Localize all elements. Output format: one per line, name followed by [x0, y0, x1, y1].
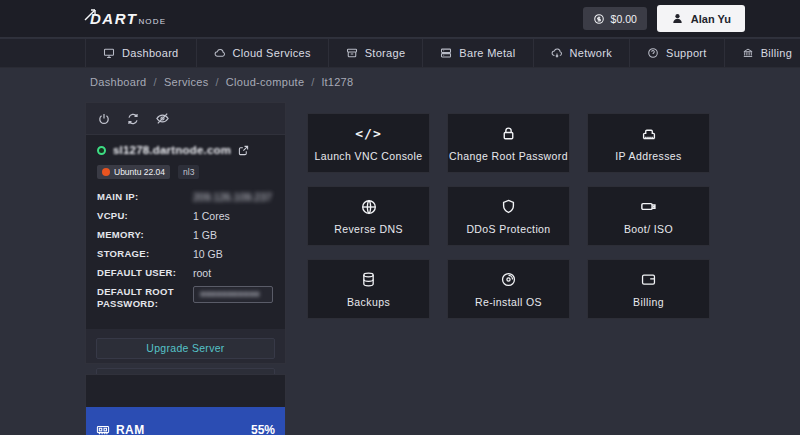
root-password-value: ●●●●●●●●●●●	[200, 289, 260, 299]
root-password-box[interactable]: ●●●●●●●●●●●	[193, 286, 273, 303]
action-label: Boot/ ISO	[624, 223, 673, 235]
eye-off-icon[interactable]	[155, 111, 170, 126]
server-toolbar	[86, 103, 285, 134]
server-info-card: sl1278.dartnode.com Ubuntu 22.04 nl3 MAI…	[86, 134, 285, 329]
status-online-dot	[97, 146, 106, 155]
action-backups[interactable]: Backups	[307, 259, 430, 319]
balance-amount: $0.00	[611, 13, 637, 25]
nav-item-dashboard[interactable]: Dashboard	[85, 39, 196, 67]
breadcrumb-services[interactable]: Services	[164, 76, 209, 88]
breadcrumb-separator: /	[215, 76, 218, 88]
action-boot-iso[interactable]: Boot/ ISO	[587, 186, 710, 246]
ethernet-icon	[640, 125, 658, 143]
disc-icon	[500, 271, 517, 288]
cloud-icon	[214, 47, 226, 59]
spec-row-main-ip: MAIN IP: 209.126.109.237	[97, 191, 274, 203]
action-label: Change Root Password	[449, 150, 568, 162]
globe-icon	[360, 198, 378, 216]
action-billing[interactable]: Billing	[587, 259, 710, 319]
spec-value-main-ip: 209.126.109.237	[193, 191, 272, 203]
ubuntu-logo-icon	[102, 168, 110, 176]
spec-label: DEFAULT USER:	[97, 267, 193, 279]
storage-icon	[346, 47, 358, 59]
dart-arrow-icon	[82, 7, 98, 23]
breadcrumb: Dashboard / Services / Cloud-compute / l…	[90, 76, 353, 88]
spec-row-memory: MEMORY: 1 GB	[97, 229, 274, 241]
action-grid: </> Launch VNC Console Change Root Passw…	[307, 113, 710, 319]
action-ddos-protection[interactable]: DDoS Protection	[447, 186, 570, 246]
user-icon	[671, 12, 684, 25]
nav-item-network[interactable]: Network	[533, 39, 629, 67]
ram-chip-icon	[96, 423, 110, 435]
nav-label: Billing	[761, 47, 792, 59]
server-specs: MAIN IP: 209.126.109.237 VCPU: 1 Cores M…	[97, 191, 274, 310]
spec-label: VCPU:	[97, 210, 193, 222]
external-link-icon[interactable]	[238, 145, 249, 156]
nav-item-cloud-services[interactable]: Cloud Services	[196, 39, 328, 67]
spec-value-storage: 10 GB	[193, 248, 223, 260]
dashboard-icon	[103, 47, 115, 59]
os-badge: Ubuntu 22.04	[97, 165, 170, 179]
nav-item-bare-metal[interactable]: Bare Metal	[422, 39, 532, 67]
nav-item-support[interactable]: Support	[629, 39, 724, 67]
action-change-root-password[interactable]: Change Root Password	[447, 113, 570, 173]
action-launch-vnc-console[interactable]: </> Launch VNC Console	[307, 113, 430, 173]
bank-icon	[742, 47, 754, 59]
action-ip-addresses[interactable]: IP Addresses	[587, 113, 710, 173]
coin-icon	[593, 13, 605, 25]
nav-label: Bare Metal	[459, 47, 515, 59]
nav-label: Storage	[365, 47, 406, 59]
nav-label: Support	[666, 47, 707, 59]
breadcrumb-separator: /	[154, 76, 157, 88]
ram-label: RAM	[116, 423, 145, 435]
action-reverse-dns[interactable]: Reverse DNS	[307, 186, 430, 246]
nav-item-billing[interactable]: Billing	[724, 39, 800, 67]
refresh-icon[interactable]	[126, 112, 140, 126]
logo-text-sub: NODE	[138, 17, 166, 26]
action-label: Reverse DNS	[334, 223, 403, 235]
support-icon	[647, 47, 659, 59]
server-icon	[440, 47, 452, 59]
dartnode-logo[interactable]: DART NODE	[90, 10, 166, 27]
network-icon	[551, 47, 563, 59]
action-label: Backups	[347, 296, 390, 308]
spec-row-vcpu: VCPU: 1 Cores	[97, 210, 274, 222]
nav-label: Dashboard	[122, 47, 179, 59]
breadcrumb-server-id: lt1278	[322, 76, 354, 88]
database-icon	[360, 271, 377, 288]
breadcrumb-cloud-compute[interactable]: Cloud-compute	[226, 76, 305, 88]
spec-value-default-user: root	[193, 267, 211, 279]
shield-icon	[500, 198, 517, 215]
ram-percent: 55%	[251, 423, 275, 435]
os-badge-label: Ubuntu 22.04	[114, 167, 165, 177]
spec-row-root-password: DEFAULT ROOT PASSWORD: ●●●●●●●●●●●	[97, 286, 274, 310]
wallet-icon	[640, 271, 657, 288]
nav-label: Cloud Services	[233, 47, 311, 59]
nav-label: Network	[570, 47, 612, 59]
power-icon[interactable]	[97, 112, 111, 126]
action-reinstall-os[interactable]: Re-install OS	[447, 259, 570, 319]
lock-icon	[500, 125, 517, 142]
spec-value-vcpu: 1 Cores	[193, 210, 230, 222]
spec-row-storage: STORAGE: 10 GB	[97, 248, 274, 260]
balance-button[interactable]: $0.00	[583, 7, 647, 30]
topbar: DART NODE $0.00 Alan Yu	[0, 0, 800, 38]
code-icon: </>	[355, 125, 381, 143]
location-badge: nl3	[178, 165, 199, 179]
ram-usage-bar: RAM 55%	[86, 407, 285, 435]
upgrade-server-button[interactable]: Upgrade Server	[96, 338, 275, 359]
main-nav: Dashboard Cloud Services Storage Bare Me…	[0, 39, 800, 68]
spec-label: DEFAULT ROOT PASSWORD:	[97, 286, 193, 310]
spec-value-memory: 1 GB	[193, 229, 217, 241]
action-label: DDoS Protection	[466, 223, 550, 235]
server-hostname: sl1278.dartnode.com	[113, 144, 231, 156]
action-label: Re-install OS	[475, 296, 542, 308]
server-panel: sl1278.dartnode.com Ubuntu 22.04 nl3 MAI…	[85, 102, 286, 364]
spec-label: MEMORY:	[97, 229, 193, 241]
nav-item-storage[interactable]: Storage	[328, 39, 423, 67]
action-label: Launch VNC Console	[314, 150, 422, 162]
user-menu-button[interactable]: Alan Yu	[657, 5, 745, 32]
breadcrumb-dashboard[interactable]: Dashboard	[90, 76, 147, 88]
action-label: IP Addresses	[615, 150, 681, 162]
spec-label: MAIN IP:	[97, 191, 193, 203]
